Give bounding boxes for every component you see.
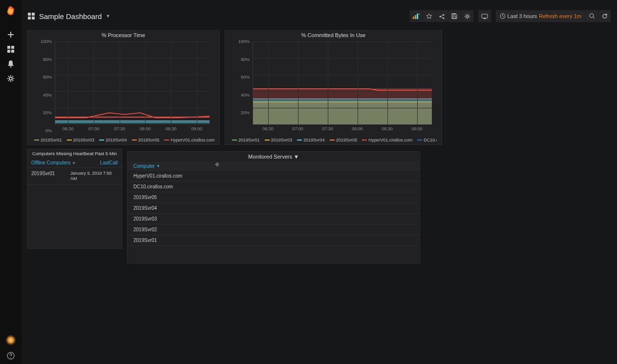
- svg-point-5: [9, 77, 12, 80]
- legend-swatch: [99, 140, 104, 141]
- dashboard-title: Sample Dashboard: [39, 12, 102, 20]
- dashboard-grid-icon: [27, 12, 35, 20]
- y-tick: 40%: [230, 93, 250, 98]
- table-row[interactable]: 2019Svr01: [128, 235, 420, 246]
- svg-rect-1: [11, 46, 14, 49]
- sort-desc-icon: ▼: [156, 164, 160, 168]
- configuration-icon[interactable]: [0, 71, 21, 86]
- panel-title: % Committed Bytes In Use: [225, 31, 442, 40]
- series-hyperv-path: [55, 41, 210, 124]
- svg-point-4: [10, 66, 12, 68]
- legend-label: HyperV01.cirallos.com: [170, 138, 214, 142]
- grafana-logo-icon[interactable]: [4, 5, 18, 19]
- refresh-button[interactable]: [598, 10, 611, 22]
- x-tick: 07:00: [88, 126, 100, 131]
- svg-rect-12: [32, 13, 35, 16]
- legend-item[interactable]: 2019Svr05: [132, 137, 160, 143]
- svg-point-27: [590, 14, 594, 18]
- legend-item[interactable]: DC10.cirallos.com: [417, 137, 437, 143]
- zoom-out-button[interactable]: [586, 10, 598, 22]
- table-row[interactable]: 2019Svr01 January 9, 2019 7:58 AM: [27, 168, 122, 185]
- legend-item[interactable]: 2019Svr03: [67, 137, 95, 143]
- legend-label: 2019Svr04: [303, 138, 325, 142]
- legend-swatch: [297, 140, 302, 141]
- save-button[interactable]: [448, 10, 461, 22]
- column-header-offline[interactable]: Offline Computers ▼: [31, 160, 76, 165]
- table-row[interactable]: 2019Svr04: [128, 203, 420, 214]
- x-tick: 08:30: [166, 126, 177, 131]
- svg-rect-11: [28, 13, 31, 16]
- chart-grid: 06:3007:0007:3008:0008:3009:00: [253, 41, 432, 125]
- svg-point-23: [466, 15, 468, 17]
- y-tick: 20%: [230, 110, 250, 115]
- svg-rect-13: [28, 17, 31, 20]
- dashboards-icon[interactable]: [0, 42, 21, 57]
- legend-item[interactable]: HyperV01.cirallos.com: [164, 137, 214, 143]
- legend-label: DC10.cirallos.com: [424, 138, 437, 142]
- dashboard-title-dropdown[interactable]: Sample Dashboard ▼: [27, 12, 110, 20]
- chart-legend: 2019Svr012019Svr032019Svr042019Svr05Hype…: [230, 137, 437, 143]
- legend-item[interactable]: HyperV01.cirallos.com: [362, 137, 412, 143]
- legend-item[interactable]: 2019Svr01: [34, 137, 62, 143]
- user-avatar-icon[interactable]: [0, 333, 21, 347]
- legend-item[interactable]: 2019Svr05: [330, 137, 358, 143]
- panel-monitored-servers[interactable]: ✥ Monitored Servers ▼ Computer ▼ HyperV0…: [127, 151, 420, 263]
- table-row[interactable]: 2019Svr02: [128, 224, 420, 235]
- x-tick: 07:30: [114, 126, 125, 131]
- svg-rect-17: [417, 14, 418, 19]
- legend-item[interactable]: 2019Svr04: [297, 137, 325, 143]
- svg-rect-25: [484, 18, 486, 19]
- share-button[interactable]: [436, 10, 448, 22]
- table-row[interactable]: DC10.cirallos.com: [128, 182, 420, 192]
- y-tick: 60%: [32, 75, 52, 80]
- panel-processor-time[interactable]: % Processor Time 06:3007:0007:3008:0008:…: [27, 30, 220, 145]
- legend-swatch: [164, 140, 169, 141]
- time-range-label: Last 3 hours: [508, 13, 537, 19]
- legend-swatch: [34, 140, 39, 141]
- legend-item[interactable]: 2019Svr03: [265, 137, 293, 143]
- create-icon[interactable]: [0, 27, 21, 42]
- svg-rect-22: [453, 17, 456, 19]
- legend-label: 2019Svr03: [271, 138, 293, 142]
- time-range-picker[interactable]: Last 3 hours Refresh every 1m: [495, 10, 586, 22]
- column-header-lastcall[interactable]: LastCall: [100, 160, 118, 165]
- help-icon[interactable]: [0, 348, 21, 363]
- svg-point-10: [10, 357, 11, 358]
- cell-lastcall: January 9, 2019 7:58 AM: [66, 168, 122, 184]
- side-menu: [0, 0, 21, 364]
- svg-rect-24: [482, 14, 488, 18]
- y-tick: 80%: [32, 57, 52, 62]
- cycle-view-button[interactable]: [478, 10, 491, 22]
- x-tick: 07:30: [322, 126, 333, 131]
- legend-label: HyperV01.cirallos.com: [368, 138, 412, 142]
- star-button[interactable]: [423, 10, 436, 22]
- alerting-icon[interactable]: [0, 57, 21, 71]
- svg-rect-3: [11, 50, 14, 53]
- legend-item[interactable]: 2019Svr04: [99, 137, 127, 143]
- y-tick: 0%: [32, 128, 52, 133]
- refresh-interval-label: Refresh every 1m: [539, 13, 581, 19]
- legend-swatch: [265, 140, 270, 141]
- table-row[interactable]: 2019Svr05: [128, 192, 420, 203]
- legend-swatch: [362, 140, 367, 141]
- svg-point-8: [9, 339, 12, 342]
- dashboard-grid: % Processor Time 06:3007:0007:3008:0008:…: [27, 30, 612, 364]
- panel-missing-heartbeat[interactable]: Computers Missing Heartbeat Past 5 Min O…: [27, 149, 122, 249]
- table-row[interactable]: 2019Svr03: [128, 214, 420, 224]
- panel-title: % Processor Time: [27, 31, 219, 40]
- y-tick: 100%: [230, 39, 250, 44]
- table-row[interactable]: HyperV01.cirallos.com: [128, 171, 420, 182]
- table-body: HyperV01.cirallos.comDC10.cirallos.com20…: [128, 171, 420, 246]
- move-icon[interactable]: ✥: [215, 162, 219, 168]
- add-panel-button[interactable]: [409, 10, 423, 22]
- legend-item[interactable]: 2019Svr01: [232, 137, 260, 143]
- legend-label: 2019Svr04: [106, 138, 127, 142]
- panel-committed-bytes[interactable]: % Committed Bytes In Use 06:3007:0007:30…: [225, 30, 442, 145]
- chart-area: 06:3007:0007:3008:0008:3009:00 100% 80% …: [230, 41, 437, 131]
- legend-swatch: [67, 140, 72, 141]
- column-header-computer[interactable]: Computer ▼: [128, 162, 420, 171]
- chevron-down-icon: ▼: [294, 154, 299, 160]
- panel-title-dropdown[interactable]: ✥ Monitored Servers ▼: [128, 152, 420, 162]
- x-tick: 08:00: [352, 126, 363, 131]
- settings-button[interactable]: [461, 10, 474, 22]
